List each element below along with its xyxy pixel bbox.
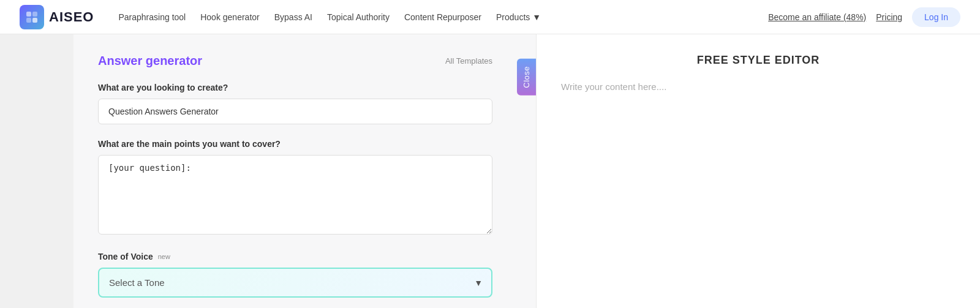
logo-text: AISEO bbox=[49, 9, 94, 25]
main-layout: Answer generator All Templates What are … bbox=[0, 34, 980, 308]
nav-item-bypass-ai[interactable]: Bypass AI bbox=[274, 12, 312, 22]
nav-item-hook-generator[interactable]: Hook generator bbox=[200, 12, 260, 22]
editor-title: FREE STYLE EDITOR bbox=[561, 54, 956, 67]
svg-rect-1 bbox=[32, 12, 37, 17]
field2-textarea[interactable]: [your question]: bbox=[98, 155, 492, 235]
nav-actions: Become an affiliate (48%) Pricing Log In bbox=[768, 7, 960, 27]
close-tab-wrapper: Close bbox=[517, 34, 536, 308]
tone-label-wrapper: Tone of Voice new bbox=[98, 252, 492, 261]
field2-group: What are the main points you want to cov… bbox=[98, 139, 492, 237]
login-button[interactable]: Log In bbox=[912, 7, 960, 27]
editor-content-placeholder[interactable]: Write your content here.... bbox=[561, 81, 956, 92]
field1-input[interactable] bbox=[98, 99, 492, 124]
nav-item-topical-authority[interactable]: Topical Authority bbox=[327, 12, 390, 22]
close-button[interactable]: Close bbox=[517, 59, 536, 96]
tone-group: Tone of Voice new Select a Tone Professi… bbox=[98, 252, 492, 298]
tone-select-wrapper: Select a Tone Professional Casual Friend… bbox=[98, 268, 492, 298]
nav-item-pricing[interactable]: Pricing bbox=[876, 12, 902, 22]
nav-item-paraphrasing-tool[interactable]: Paraphrasing tool bbox=[118, 12, 186, 22]
nav-item-content-repurposer[interactable]: Content Repurposer bbox=[404, 12, 481, 22]
page-title: Answer generator bbox=[98, 54, 202, 68]
tone-select[interactable]: Select a Tone Professional Casual Friend… bbox=[98, 268, 492, 298]
left-panel bbox=[0, 34, 74, 308]
all-templates-link[interactable]: All Templates bbox=[445, 56, 492, 66]
svg-rect-3 bbox=[32, 18, 37, 23]
chevron-down-icon: ▼ bbox=[532, 12, 541, 22]
nav-item-products[interactable]: Products ▼ bbox=[496, 12, 541, 22]
field1-group: What are you looking to create? bbox=[98, 83, 492, 124]
field1-label: What are you looking to create? bbox=[98, 83, 492, 92]
form-header: Answer generator All Templates bbox=[98, 54, 492, 68]
content-area: Answer generator All Templates What are … bbox=[74, 34, 517, 308]
header: AISEO Paraphrasing tool Hook generator B… bbox=[0, 0, 980, 34]
logo-icon bbox=[20, 5, 44, 29]
main-nav: Paraphrasing tool Hook generator Bypass … bbox=[118, 12, 768, 22]
editor-panel: FREE STYLE EDITOR Write your content her… bbox=[536, 34, 980, 308]
logo[interactable]: AISEO bbox=[20, 5, 94, 29]
tone-new-badge: new bbox=[158, 253, 170, 260]
svg-rect-0 bbox=[26, 12, 31, 17]
svg-rect-2 bbox=[26, 18, 31, 23]
nav-item-affiliate[interactable]: Become an affiliate (48%) bbox=[768, 12, 866, 22]
field2-label: What are the main points you want to cov… bbox=[98, 139, 492, 149]
tone-label-text: Tone of Voice bbox=[98, 252, 153, 261]
